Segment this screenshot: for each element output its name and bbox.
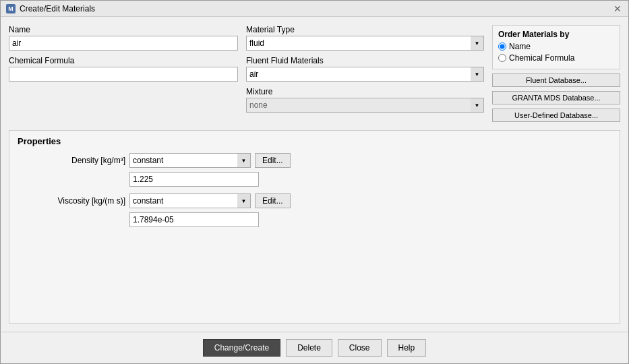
close-button[interactable]: Close <box>338 339 382 357</box>
title-bar: M Create/Edit Materials ✕ <box>1 1 628 17</box>
order-formula-label: Chemical Formula <box>509 53 574 63</box>
order-formula-radio-row: Chemical Formula <box>498 53 614 63</box>
material-type-field-group: Material Type fluid solid mixture ▼ <box>246 25 484 51</box>
material-type-label: Material Type <box>246 25 484 34</box>
order-name-radio-row: Name <box>498 42 614 51</box>
order-name-label: Name <box>509 42 531 51</box>
density-select-wrapper: constant ▼ <box>129 153 251 168</box>
name-input[interactable] <box>9 36 238 51</box>
density-method-select[interactable]: constant <box>129 153 251 168</box>
mixture-select[interactable]: none <box>246 98 484 113</box>
fluent-fluid-field-group: Fluent Fluid Materials air ▼ <box>246 56 484 82</box>
viscosity-select-wrapper: constant ▼ <box>129 193 251 208</box>
chemical-formula-field-group: Chemical Formula <box>9 56 238 82</box>
user-database-button[interactable]: User-Defined Database... <box>492 109 620 122</box>
fluent-fluid-label: Fluent Fluid Materials <box>246 56 484 65</box>
window-title: Create/Edit Materials <box>20 4 95 13</box>
help-button[interactable]: Help <box>387 339 427 357</box>
viscosity-value-input[interactable] <box>129 212 259 227</box>
top-section: Name Chemical Formula Material Type flui… <box>9 25 620 122</box>
main-window: M Create/Edit Materials ✕ Name Chemical … <box>0 0 629 364</box>
name-label: Name <box>9 25 238 34</box>
fluent-fluid-select[interactable]: air <box>246 67 484 82</box>
viscosity-method-select[interactable]: constant <box>129 193 251 208</box>
viscosity-edit-button[interactable]: Edit... <box>255 193 291 208</box>
viscosity-label: Viscosity [kg/(m s)] <box>18 196 125 206</box>
order-title: Order Materials by <box>498 30 614 39</box>
density-value-input[interactable] <box>129 172 259 187</box>
properties-title: Properties <box>18 136 611 146</box>
name-field-group: Name <box>9 25 238 51</box>
mixture-field-group: Mixture none ▼ <box>246 87 484 113</box>
viscosity-row: Viscosity [kg/(m s)] constant ▼ Edit... <box>18 193 611 208</box>
mid-column: Material Type fluid solid mixture ▼ Flue… <box>246 25 484 122</box>
density-label: Density [kg/m³] <box>18 156 125 165</box>
material-type-select-wrapper: fluid solid mixture ▼ <box>246 36 484 51</box>
right-column: Order Materials by Name Chemical Formula… <box>492 25 620 122</box>
change-create-button[interactable]: Change/Create <box>203 339 280 357</box>
mixture-select-wrapper: none ▼ <box>246 98 484 113</box>
order-formula-radio[interactable] <box>498 54 506 62</box>
density-row: Density [kg/m³] constant ▼ Edit... <box>18 153 611 168</box>
content-area: Name Chemical Formula Material Type flui… <box>1 17 628 332</box>
properties-section: Properties Density [kg/m³] constant ▼ Ed… <box>9 130 620 324</box>
window-icon: M <box>6 4 16 13</box>
fluent-database-button[interactable]: Fluent Database... <box>492 73 620 87</box>
viscosity-value-row <box>18 212 611 227</box>
density-edit-button[interactable]: Edit... <box>255 153 291 168</box>
mixture-label: Mixture <box>246 87 484 96</box>
material-type-select[interactable]: fluid solid mixture <box>246 36 484 51</box>
delete-button[interactable]: Delete <box>286 339 332 357</box>
order-name-radio[interactable] <box>498 42 506 51</box>
chemical-formula-label: Chemical Formula <box>9 56 238 65</box>
title-bar-left: M Create/Edit Materials <box>6 4 95 13</box>
bottom-bar: Change/Create Delete Close Help <box>1 332 628 363</box>
left-column: Name Chemical Formula <box>9 25 238 122</box>
fluent-fluid-select-wrapper: air ▼ <box>246 67 484 82</box>
order-materials-group: Order Materials by Name Chemical Formula <box>492 25 620 69</box>
chemical-formula-input[interactable] <box>9 67 238 82</box>
granta-database-button[interactable]: GRANTA MDS Database... <box>492 91 620 104</box>
close-window-button[interactable]: ✕ <box>612 4 623 13</box>
density-value-row <box>18 172 611 187</box>
